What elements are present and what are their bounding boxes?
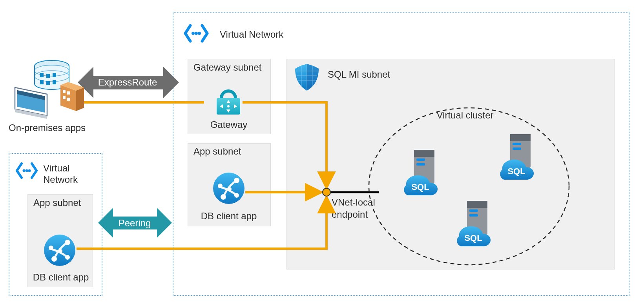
peering-label: Peering [109,218,160,229]
app-subnet-peer-label: App subnet [33,197,88,209]
gateway-subnet-label: Gateway subnet [193,62,264,73]
gateway-label: Gateway [188,119,270,130]
svg-marker-43 [76,87,84,111]
main-vnet-label: Virtual Network [220,29,283,40]
svg-rect-45 [67,91,70,95]
svg-rect-46 [63,96,66,99]
diagram-canvas: Gateway subnet Gateway App subnet DB cli… [0,0,644,304]
svg-marker-42 [60,82,84,91]
sqlmi-subnet-label: SQL MI subnet [328,69,390,80]
svg-point-33 [35,65,69,76]
on-prem-label: On-premises apps [9,122,86,133]
svg-point-32 [35,60,69,71]
db-client-peer-label: DB client app [24,272,98,283]
peer-vnet-label: Virtual Network [43,163,90,186]
svg-rect-40 [53,80,56,84]
svg-rect-47 [67,98,70,101]
svg-rect-44 [63,90,66,93]
svg-rect-39 [46,81,50,85]
svg-point-34 [35,71,69,82]
svg-marker-41 [60,85,76,111]
svg-marker-51 [15,109,47,119]
endpoint-label: VNet-local endpoint [332,196,394,220]
svg-marker-49 [17,90,45,113]
svg-rect-38 [40,80,44,84]
expressroute-label: ExpressRoute [86,77,169,88]
svg-rect-36 [46,74,50,78]
db-client-main-label: DB client app [188,211,270,222]
svg-marker-48 [15,87,47,116]
on-prem-icon [15,60,84,119]
svg-marker-50 [17,90,45,100]
virtual-cluster-label: Virtual cluster [387,110,544,121]
sqlmi-subnet-box [286,59,615,269]
svg-rect-37 [53,73,56,77]
svg-rect-35 [40,73,44,77]
app-subnet-main-label: App subnet [193,146,241,157]
